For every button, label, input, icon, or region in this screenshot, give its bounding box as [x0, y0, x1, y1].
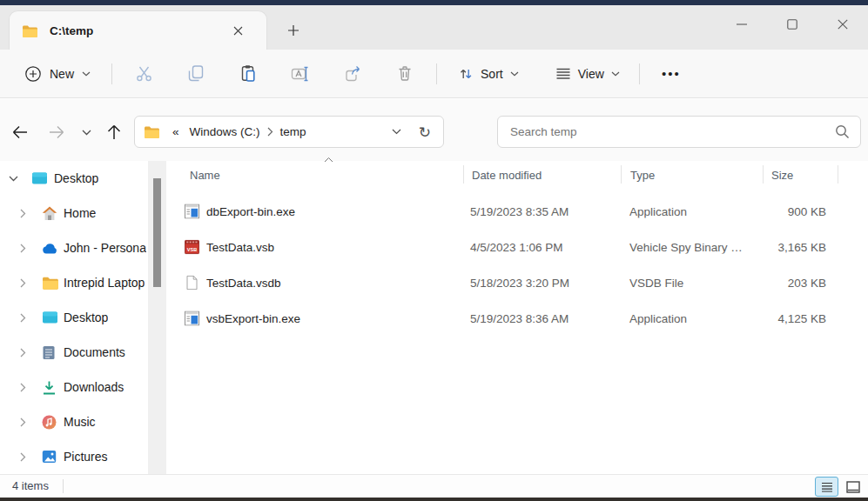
- toolbar-divider: [639, 63, 640, 84]
- window-controls: [717, 5, 868, 45]
- sidebar-item-home[interactable]: Home: [0, 196, 148, 230]
- folder-icon: [144, 125, 159, 138]
- tab-bar: C:\temp: [0, 5, 868, 50]
- search-icon[interactable]: [835, 124, 850, 139]
- column-divider[interactable]: [463, 165, 464, 184]
- tab-close-icon[interactable]: [226, 20, 249, 43]
- column-divider[interactable]: [621, 165, 622, 184]
- sidebar-item-music[interactable]: Music: [0, 404, 148, 439]
- sidebar-item-documents[interactable]: Documents: [0, 335, 148, 370]
- status-divider: [63, 479, 64, 493]
- view-button-label: View: [578, 67, 604, 81]
- sidebar-scrollbar-thumb[interactable]: [153, 178, 161, 287]
- close-window-button[interactable]: [818, 5, 868, 43]
- breadcrumb-overflow[interactable]: «: [167, 122, 185, 142]
- chevron-right-icon[interactable]: [20, 209, 30, 218]
- sidebar-item-downloads[interactable]: Downloads: [0, 370, 148, 404]
- toolbar-divider: [436, 63, 437, 84]
- music-icon: [42, 415, 57, 430]
- share-button[interactable]: [333, 57, 372, 90]
- chevron-right-icon[interactable]: [20, 348, 30, 357]
- chevron-right-icon[interactable]: [20, 278, 30, 288]
- navigation-pane: Desktop Home John - Persona Intrepid Lap…: [0, 161, 148, 474]
- sidebar-item-label: Desktop: [54, 171, 98, 185]
- back-button[interactable]: [5, 118, 35, 146]
- more-ellipsis-icon: •••: [662, 66, 681, 81]
- documents-icon: [42, 345, 56, 360]
- downloads-icon: [42, 380, 57, 395]
- sidebar-item-label: Downloads: [64, 380, 124, 394]
- chevron-right-icon[interactable]: [20, 383, 30, 392]
- sort-button[interactable]: Sort: [449, 60, 528, 88]
- file-row-dbexport-bin-exe[interactable]: dbExport-bin.exe 5/19/2023 8:35 AM Appli…: [167, 193, 868, 229]
- chevron-down-icon: [82, 71, 91, 77]
- sidebar-scrollbar[interactable]: [148, 161, 166, 474]
- sidebar-item-pictures[interactable]: Pictures: [0, 439, 148, 474]
- chevron-down-icon[interactable]: [9, 176, 19, 182]
- details-view-toggle[interactable]: [815, 477, 838, 497]
- up-button[interactable]: [99, 118, 129, 146]
- sort-button-label: Sort: [481, 67, 503, 81]
- breadcrumb-chevron-icon[interactable]: [266, 127, 275, 137]
- delete-button[interactable]: [386, 57, 424, 90]
- file-row-testdata-vsb[interactable]: VSB TestData.vsb 4/5/2023 1:06 PM Vehicl…: [167, 229, 868, 264]
- address-bar[interactable]: « Windows (C:) temp ↻: [134, 116, 444, 148]
- paste-button[interactable]: [229, 57, 267, 90]
- minimize-button[interactable]: [717, 5, 767, 43]
- search-input[interactable]: [498, 117, 860, 147]
- sidebar-item-label: Documents: [64, 345, 125, 359]
- chevron-right-icon[interactable]: [20, 244, 30, 253]
- onedrive-cloud-icon: [42, 243, 58, 254]
- column-header-type[interactable]: Type: [627, 167, 658, 184]
- file-row-vsbexport-bin-exe[interactable]: vsbExport-bin.exe 5/19/2023 8:36 AM Appl…: [167, 300, 868, 336]
- view-button[interactable]: View: [547, 61, 629, 87]
- chevron-right-icon[interactable]: [20, 418, 30, 427]
- address-dropdown-chevron-icon[interactable]: [392, 129, 401, 135]
- column-header-name[interactable]: Name: [186, 167, 224, 184]
- tab-title: C:\temp: [50, 24, 226, 37]
- sidebar-item-desktop[interactable]: Desktop: [0, 300, 148, 335]
- column-header-date-modified[interactable]: Date modified: [468, 167, 545, 184]
- more-options-button[interactable]: •••: [654, 58, 689, 90]
- sidebar-item-onedrive[interactable]: John - Persona: [0, 230, 148, 265]
- file-list: dbExport-bin.exe 5/19/2023 8:35 AM Appli…: [167, 193, 868, 350]
- search-box: [497, 116, 861, 148]
- cut-button[interactable]: [124, 57, 163, 90]
- chevron-down-icon: [611, 71, 620, 77]
- rename-button[interactable]: [281, 57, 320, 90]
- column-divider[interactable]: [838, 165, 838, 184]
- refresh-icon[interactable]: ↻: [419, 124, 431, 141]
- chevron-down-icon: [510, 71, 519, 77]
- sort-arrows-icon: [458, 66, 474, 82]
- chevron-right-icon[interactable]: [20, 452, 30, 462]
- column-header-size[interactable]: Size: [768, 167, 797, 184]
- status-bar: 4 items: [0, 474, 868, 498]
- view-lines-icon: [555, 67, 571, 81]
- copy-button[interactable]: [177, 57, 215, 90]
- desktop-icon: [42, 311, 58, 324]
- forward-button[interactable]: [42, 118, 71, 146]
- tab-c-temp[interactable]: C:\temp: [9, 10, 267, 50]
- window-bottom-edge: [0, 498, 868, 501]
- plus-circle-icon: [24, 65, 42, 83]
- sidebar-item-label: John - Persona: [64, 241, 146, 255]
- large-thumbnails-view-toggle[interactable]: [842, 477, 864, 497]
- desktop-icon: [31, 171, 48, 185]
- toolbar-divider: [111, 63, 112, 84]
- chevron-right-icon[interactable]: [20, 313, 30, 323]
- pictures-icon: [42, 450, 57, 464]
- folder-icon: [22, 24, 37, 37]
- new-button[interactable]: New: [17, 60, 98, 88]
- breadcrumb-drive[interactable]: Windows (C:): [185, 122, 266, 142]
- breadcrumb-folder[interactable]: temp: [275, 122, 312, 142]
- maximize-button[interactable]: [767, 5, 818, 43]
- application-exe-icon: [185, 311, 199, 325]
- sidebar-item-intrepid-laptop[interactable]: Intrepid Laptop: [0, 265, 148, 300]
- recent-locations-chevron-icon[interactable]: [75, 118, 98, 146]
- new-tab-button[interactable]: [280, 17, 306, 43]
- new-button-label: New: [50, 67, 74, 81]
- column-divider[interactable]: [763, 165, 764, 184]
- file-row-testdata-vsdb[interactable]: TestData.vsdb 5/18/2023 3:20 PM VSDB Fil…: [167, 264, 868, 300]
- folder-icon: [42, 276, 58, 290]
- sidebar-item-desktop-pinned[interactable]: Desktop: [0, 161, 148, 196]
